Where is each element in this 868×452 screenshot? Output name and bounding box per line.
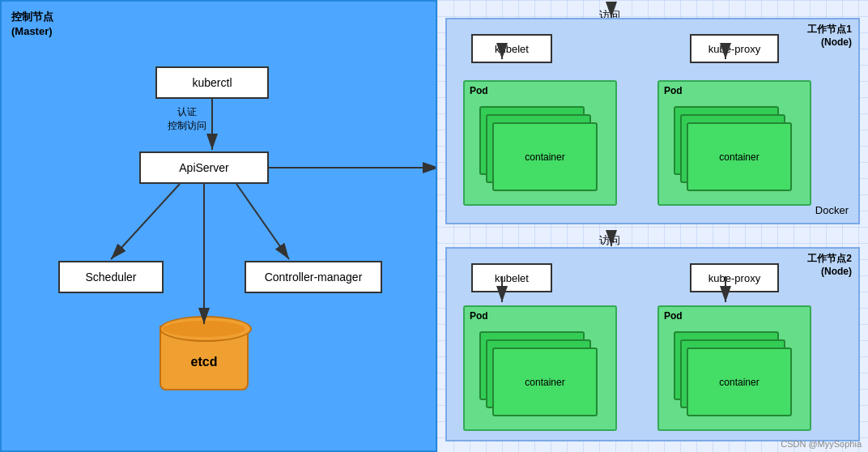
pod3-label: Pod: [470, 310, 488, 322]
pod2-container-front: container: [687, 122, 792, 191]
svg-line-2: [111, 184, 180, 259]
docker-label: Docker: [815, 204, 849, 216]
node2-label: 工作节点2 (Node): [807, 252, 852, 277]
kubelet1-label: kubelet: [495, 43, 529, 55]
master-title: 控制节点 (Master): [11, 10, 53, 39]
kubelet1-box: kubelet: [471, 34, 552, 63]
pod1-outer: Pod container: [463, 80, 617, 206]
auth-label: 认证 控制访问: [168, 105, 206, 133]
pod3-container-label: container: [525, 377, 564, 388]
pod2-label: Pod: [664, 85, 683, 96]
kubeproxy1-box: kube-proxy: [690, 34, 779, 63]
pod3-outer: Pod container: [463, 305, 617, 431]
svg-line-4: [236, 184, 289, 259]
kubelet2-label: kubelet: [495, 272, 529, 284]
pod4-container-label: container: [719, 377, 759, 388]
master-panel: 控制节点 (Master) kuberctl 认证 控制访问 ApiServer…: [0, 0, 437, 452]
pod1-container-front: container: [492, 122, 598, 191]
kubeproxy2-box: kube-proxy: [690, 263, 779, 292]
pod3-container-front: container: [492, 348, 598, 416]
node1-label: 工作节点1 (Node): [807, 23, 852, 48]
apiserver-label: ApiServer: [179, 161, 228, 174]
scheduler-box: Scheduler: [58, 261, 164, 293]
access-label-bottom: 访问: [599, 233, 620, 248]
node2-box: 工作节点2 (Node) kubelet kube-proxy Pod cont…: [445, 247, 860, 441]
pod2-container-label: container: [719, 151, 759, 163]
pod4-container-front: container: [687, 348, 792, 416]
etcd-cylinder: etcd: [160, 326, 249, 390]
kubectl-label: kuberctl: [192, 76, 232, 89]
watermark: CSDN @MyySophia: [781, 439, 862, 449]
etcd-label: etcd: [191, 355, 218, 369]
kubeproxy2-label: kube-proxy: [708, 272, 760, 284]
right-panel: 访问 工作节点1 (Node) kubelet kube-proxy Pod c…: [437, 0, 868, 452]
pod1-label: Pod: [470, 85, 488, 96]
node1-box: 工作节点1 (Node) kubelet kube-proxy Pod cont…: [445, 18, 860, 224]
kubeproxy1-label: kube-proxy: [708, 43, 760, 55]
scheduler-label: Scheduler: [85, 271, 136, 284]
controller-label: Controller-manager: [265, 271, 363, 284]
kubelet2-box: kubelet: [471, 263, 552, 292]
pod4-label: Pod: [664, 310, 683, 322]
pod2-outer: Pod container: [657, 80, 811, 206]
pod4-outer: Pod container: [657, 305, 811, 431]
kubectl-box: kuberctl: [155, 66, 269, 99]
pod1-container-label: container: [525, 151, 564, 163]
controller-box: Controller-manager: [245, 261, 382, 293]
apiserver-box: ApiServer: [139, 151, 269, 184]
etcd-container: etcd: [160, 326, 249, 407]
